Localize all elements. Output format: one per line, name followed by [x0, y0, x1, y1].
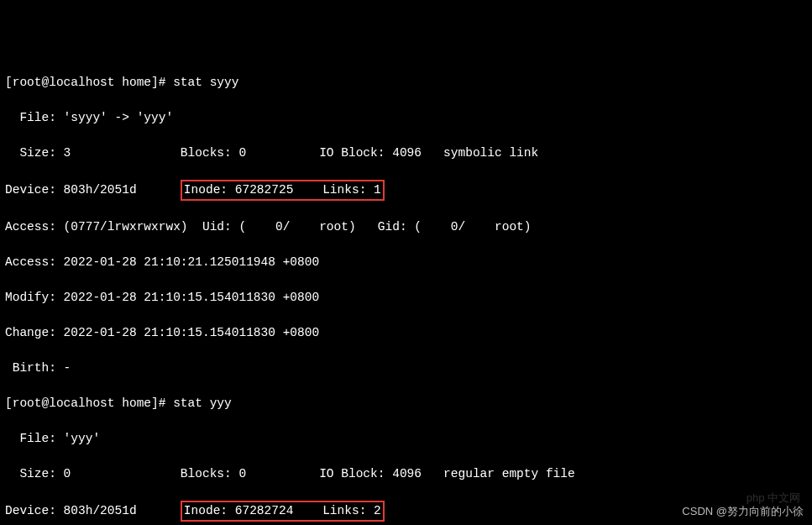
stat1-file: File: 'syyy' -> 'yyy' [5, 109, 807, 127]
shell-prompt-2: [root@localhost home]# [5, 396, 173, 410]
stat1-change-time: Change: 2022-01-28 21:10:15.154011830 +0… [5, 324, 807, 342]
command-1: stat syyy [173, 76, 238, 89]
stat1-device-prefix: Device: 803h/2051d [5, 183, 181, 197]
stat2-inode-links: Inode: 67282724 Links: 2 [181, 501, 385, 522]
command-2: stat yyy [173, 396, 232, 410]
prompt-line-2[interactable]: [root@localhost home]# stat yyy [5, 395, 807, 412]
stat1-device: Device: 803h/2051d Inode: 67282725 Links… [5, 180, 807, 201]
stat1-access-perm: Access: (0777/lrwxrwxrwx) Uid: ( 0/ root… [5, 218, 807, 236]
stat1-birth: Birth: - [5, 360, 807, 377]
stat2-device-prefix: Device: 803h/2051d [5, 504, 181, 517]
stat2-size: Size: 0 Blocks: 0 IO Block: 4096 regular… [5, 465, 807, 483]
stat1-size: Size: 3 Blocks: 0 IO Block: 4096 symboli… [5, 144, 807, 162]
footer-credit: CSDN @努力向前的小徐 [682, 504, 804, 520]
stat2-file: File: 'yyy' [5, 430, 807, 448]
stat1-inode-links: Inode: 67282725 Links: 1 [181, 180, 385, 201]
prompt-line-1[interactable]: [root@localhost home]# stat syyy [5, 74, 807, 92]
stat1-access-time: Access: 2022-01-28 21:10:21.125011948 +0… [5, 254, 807, 271]
shell-prompt-1: [root@localhost home]# [5, 76, 173, 89]
stat1-modify-time: Modify: 2022-01-28 21:10:15.154011830 +0… [5, 289, 807, 307]
